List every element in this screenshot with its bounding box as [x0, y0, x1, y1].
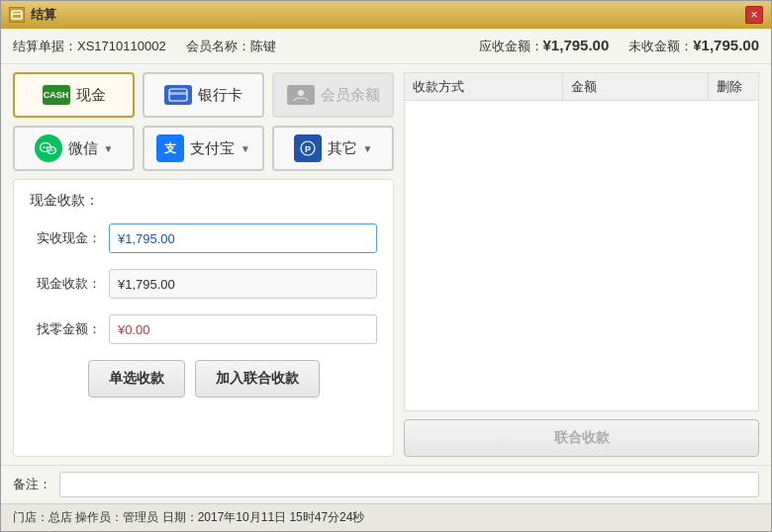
other-button[interactable]: P 其它 ▼: [272, 126, 394, 171]
bank-label: 银行卡: [198, 86, 242, 105]
svg-text:P: P: [305, 144, 311, 154]
table-body: [405, 101, 758, 410]
window-icon: [9, 7, 25, 23]
receivable-amount: ¥1,795.00: [543, 37, 610, 53]
alipay-dropdown-arrow: ▼: [241, 143, 250, 154]
column-header-delete: 删除: [709, 73, 758, 100]
add-combined-payment-button[interactable]: 加入联合收款: [195, 360, 320, 398]
change-input: [109, 314, 377, 344]
other-dropdown-arrow: ▼: [363, 143, 373, 154]
top-bar: 结算单据：XS1710110002 会员名称：陈键 应收金额：¥1,795.00…: [1, 29, 771, 64]
svg-point-10: [51, 149, 53, 151]
change-row: 找零金额：: [30, 314, 377, 344]
top-bar-right: 应收金额：¥1,795.00 未收金额：¥1,795.00: [479, 37, 759, 55]
cash-received-row: 现金收款：: [30, 269, 377, 299]
remark-bar: 备注：: [1, 465, 771, 503]
member-label: 会员余额: [321, 86, 380, 105]
main-content: CASH 现金 银行卡 会员余额: [1, 64, 771, 465]
cash-section-title: 现金收款：: [30, 192, 377, 210]
unpaid-label: 未收金额：¥1,795.00: [628, 37, 759, 55]
status-bar: 门店：总店 操作员：管理员 日期：2017年10月11日 15时47分24秒: [1, 503, 771, 531]
payment-table: 收款方式 金额 删除: [404, 72, 759, 411]
cash-icon: CASH: [43, 85, 70, 105]
status-text: 门店：总店 操作员：管理员 日期：2017年10月11日 15时47分24秒: [13, 510, 364, 524]
other-label: 其它: [328, 139, 357, 158]
member-label: 会员名称：陈键: [186, 38, 276, 55]
wechat-icon: [35, 134, 62, 162]
column-header-method: 收款方式: [405, 73, 563, 100]
title-bar: 结算 ×: [1, 1, 771, 29]
column-header-amount: 金额: [563, 73, 709, 100]
other-icon: P: [294, 134, 322, 162]
receivable-label: 应收金额：¥1,795.00: [479, 37, 610, 55]
svg-point-4: [298, 90, 304, 96]
bank-icon: [164, 85, 192, 105]
top-bar-left: 结算单据：XS1710110002 会员名称：陈键: [13, 38, 276, 55]
cash-section: 现金收款： 实收现金： 现金收款： 找零金额： 单选收款 加入联合收款: [13, 179, 394, 457]
combined-payment-button[interactable]: 联合收款: [404, 419, 759, 457]
table-header: 收款方式 金额 删除: [405, 73, 758, 101]
cash-button[interactable]: CASH 现金: [13, 72, 135, 118]
svg-point-9: [48, 149, 50, 151]
order-no-value: XS1710110002: [77, 39, 166, 53]
single-payment-button[interactable]: 单选收款: [88, 360, 185, 398]
alipay-icon: 支: [156, 134, 184, 162]
main-window: 结算 × 结算单据：XS1710110002 会员名称：陈键 应收金额：¥1,7…: [0, 0, 772, 532]
wechat-label: 微信: [68, 139, 98, 158]
actual-cash-input[interactable]: [109, 223, 377, 253]
close-button[interactable]: ×: [745, 6, 763, 24]
svg-rect-0: [12, 11, 22, 19]
cash-section-buttons: 单选收款 加入联合收款: [30, 360, 377, 398]
cash-label: 现金: [76, 86, 106, 105]
member-balance-button[interactable]: 会员余额: [272, 72, 394, 118]
bank-card-button[interactable]: 银行卡: [143, 72, 264, 118]
alipay-button[interactable]: 支 支付宝 ▼: [143, 126, 264, 171]
unpaid-amount: ¥1,795.00: [693, 37, 759, 53]
actual-cash-label: 实收现金：: [30, 229, 109, 247]
left-panel: CASH 现金 银行卡 会员余额: [13, 72, 394, 457]
payment-buttons-row2: 微信 ▼ 支 支付宝 ▼ P 其它 ▼: [13, 126, 394, 171]
member-icon: [287, 85, 315, 105]
order-no-label: 结算单据：XS1710110002: [13, 38, 166, 55]
wechat-button[interactable]: 微信 ▼: [13, 126, 135, 171]
cash-received-label: 现金收款：: [30, 275, 109, 293]
svg-rect-3: [169, 92, 187, 95]
wechat-dropdown-arrow: ▼: [104, 143, 114, 154]
title-bar-left: 结算: [9, 6, 56, 24]
window-title: 结算: [31, 6, 56, 24]
member-name-value: 陈键: [250, 39, 276, 53]
payment-buttons-row1: CASH 现金 银行卡 会员余额: [13, 72, 394, 118]
change-label: 找零金额：: [30, 320, 109, 338]
remark-label: 备注：: [13, 476, 51, 493]
remark-input[interactable]: [59, 472, 759, 497]
svg-point-6: [43, 146, 45, 148]
alipay-label: 支付宝: [190, 139, 235, 158]
right-panel: 收款方式 金额 删除 联合收款: [404, 72, 759, 457]
cash-received-input: [109, 269, 377, 299]
actual-cash-row: 实收现金：: [30, 223, 377, 253]
